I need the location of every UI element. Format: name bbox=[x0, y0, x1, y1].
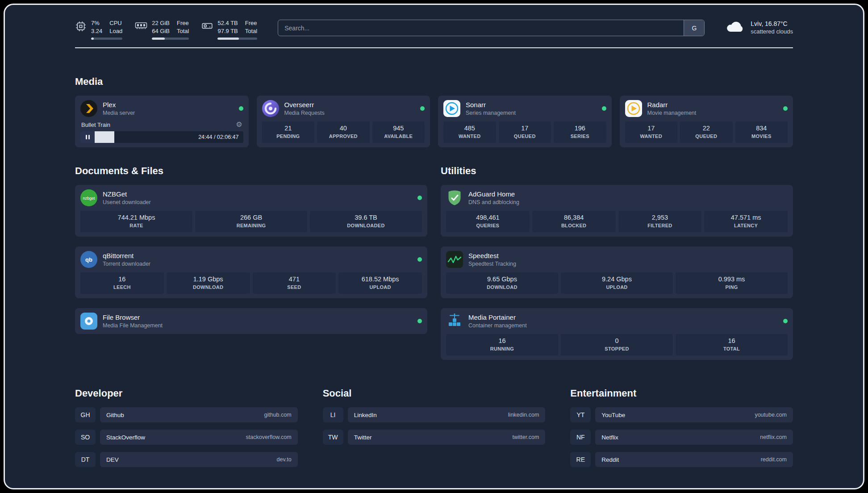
memory-widget: 22 GiB 64 GiB Free Total bbox=[135, 19, 189, 40]
memory-icon bbox=[135, 21, 147, 40]
stat-movies: 834 MOVIES bbox=[735, 121, 788, 143]
bookmark-reddit[interactable]: RE Reddit reddit.com bbox=[570, 452, 793, 467]
pause-button[interactable] bbox=[80, 131, 95, 143]
card-header: qb qBittorrent Torrent downloader bbox=[80, 251, 422, 268]
stat-remaining: 266 GB REMAINING bbox=[195, 211, 307, 232]
search-input[interactable] bbox=[278, 20, 684, 36]
stat-row: 17 WANTED 22 QUEUED 834 MOVIES bbox=[625, 121, 788, 143]
netflix-icon: NF bbox=[570, 430, 591, 445]
section-title-entertainment: Entertainment bbox=[570, 388, 793, 399]
svg-text:qb: qb bbox=[85, 256, 92, 263]
stat-row: 498,461 QUERIES 86,384 BLOCKED 2,953 FIL… bbox=[446, 211, 788, 232]
status-dot bbox=[417, 257, 422, 262]
search-box: G bbox=[278, 20, 705, 36]
svg-text:nzbget: nzbget bbox=[83, 196, 95, 201]
service-card-qbittorrent[interactable]: qb qBittorrent Torrent downloader bbox=[75, 246, 427, 298]
status-dot bbox=[783, 319, 788, 323]
service-subtitle: Usenet downloader bbox=[103, 199, 151, 205]
utilities-card-stack: AdGuard Home DNS and adblocking 498,461 … bbox=[441, 185, 793, 360]
service-card-adguard[interactable]: AdGuard Home DNS and adblocking 498,461 … bbox=[441, 185, 793, 237]
bookmark-twitter[interactable]: TW Twitter twitter.com bbox=[323, 430, 546, 445]
service-card-overseerr[interactable]: Overseerr Media Requests 21 PENDING 40 A… bbox=[257, 96, 430, 147]
disk-total-label: Total bbox=[245, 27, 257, 35]
memory-readout: 22 GiB 64 GiB Free Total bbox=[152, 19, 189, 40]
service-subtitle: Series management bbox=[466, 110, 516, 116]
stat-stopped: 0 STOPPED bbox=[561, 334, 673, 355]
twitter-icon: TW bbox=[323, 430, 343, 445]
bookmark-dev[interactable]: DT DEV dev.to bbox=[75, 452, 298, 467]
gear-icon[interactable]: ⚙ bbox=[236, 121, 242, 128]
card-header: Sonarr Series management bbox=[443, 100, 606, 117]
nzbget-icon: nzbget bbox=[80, 189, 97, 206]
stat-latency: 47.571 ms LATENCY bbox=[704, 211, 788, 232]
bookmark-bar: Twitter twitter.com bbox=[348, 430, 546, 445]
speedtest-icon bbox=[446, 251, 463, 268]
service-card-filebrowser[interactable]: File Browser Media File Management bbox=[75, 308, 427, 334]
bookmark-bar: YouTube youtube.com bbox=[595, 407, 793, 422]
stat-seed: 471 SEED bbox=[253, 272, 336, 294]
weather-location: Lviv, 16.87°C bbox=[751, 20, 793, 27]
stat-row: 744.21 Mbps RATE 266 GB REMAINING 39.6 T… bbox=[80, 211, 422, 232]
bookmark-stackoverflow[interactable]: SO StackOverflow stackoverflow.com bbox=[75, 430, 298, 445]
card-header: File Browser Media File Management bbox=[80, 313, 422, 330]
search-area: G bbox=[278, 20, 705, 36]
cpu-percent: 7% bbox=[91, 19, 102, 27]
memory-progress-track bbox=[152, 38, 189, 40]
card-header: Plex Media server bbox=[80, 100, 243, 117]
service-card-speedtest[interactable]: Speedtest Speedtest Tracking 9.65 Gbps D… bbox=[441, 246, 793, 298]
stat-row: 16 LEECH 1.19 Gbps DOWNLOAD 471 SEED bbox=[80, 272, 422, 294]
card-header: Speedtest Speedtest Tracking bbox=[446, 251, 788, 268]
dashboard-frame: 7% 3.24 CPU Load bbox=[4, 4, 864, 489]
top-bar: 7% 3.24 CPU Load bbox=[75, 19, 793, 40]
service-card-nzbget[interactable]: nzbget NZBGet Usenet downloader 74 bbox=[75, 185, 427, 237]
memory-total-value: 64 GiB bbox=[152, 27, 170, 35]
service-card-sonarr[interactable]: Sonarr Series management 485 WANTED 17 Q… bbox=[438, 96, 612, 147]
service-name: Plex bbox=[103, 101, 135, 109]
bookmark-youtube[interactable]: YT YouTube youtube.com bbox=[570, 407, 793, 422]
card-titles: Speedtest Speedtest Tracking bbox=[468, 252, 516, 267]
service-name: NZBGet bbox=[103, 190, 151, 198]
service-subtitle: Media server bbox=[103, 110, 135, 116]
bookmark-rows: YT YouTube youtube.com NF Netflix netfli… bbox=[570, 407, 793, 467]
section-title-documents: Documents & Files bbox=[75, 165, 427, 177]
service-name: Media Portainer bbox=[468, 313, 527, 321]
service-name: AdGuard Home bbox=[468, 190, 519, 198]
bookmark-bar: Github github.com bbox=[100, 407, 298, 422]
stat-wanted: 485 WANTED bbox=[443, 121, 496, 143]
github-icon: GH bbox=[75, 407, 96, 422]
now-playing-row: Bullet Train ⚙ bbox=[80, 121, 243, 128]
disk-icon bbox=[201, 21, 213, 40]
status-dot bbox=[783, 106, 788, 111]
overseerr-icon bbox=[262, 100, 279, 117]
weather-condition: scattered clouds bbox=[751, 28, 793, 35]
bookmark-linkedin[interactable]: LI LinkedIn linkedin.com bbox=[323, 407, 546, 422]
disk-widget: 52.4 TB 97.9 TB Free Total bbox=[201, 19, 257, 40]
card-header: nzbget NZBGet Usenet downloader bbox=[80, 189, 422, 206]
section-title-developer: Developer bbox=[75, 388, 298, 399]
service-subtitle: Torrent downloader bbox=[103, 261, 150, 267]
cloud-icon bbox=[725, 19, 745, 35]
service-subtitle: Movie management bbox=[647, 110, 697, 116]
stat-running: 16 RUNNING bbox=[446, 334, 558, 355]
disk-free-label: Free bbox=[245, 19, 257, 27]
cpu-load-label: Load bbox=[109, 27, 122, 35]
bookmark-group-entertainment: Entertainment YT YouTube youtube.com NF … bbox=[570, 388, 793, 467]
search-provider-button[interactable]: G bbox=[684, 20, 704, 36]
service-name: Sonarr bbox=[466, 101, 516, 109]
service-card-radarr[interactable]: Radarr Movie management 17 WANTED 22 QUE… bbox=[620, 96, 793, 147]
disk-progress-fill bbox=[217, 38, 239, 40]
stat-upload: 618.52 Mbps UPLOAD bbox=[338, 272, 422, 294]
service-name: Speedtest bbox=[468, 252, 516, 259]
stat-blocked: 86,384 BLOCKED bbox=[532, 211, 616, 232]
card-header: Radarr Movie management bbox=[625, 100, 788, 117]
service-card-plex[interactable]: Plex Media server Bullet Train ⚙ 24:44 /… bbox=[75, 96, 249, 147]
radarr-icon bbox=[625, 100, 642, 117]
playback-progress-track[interactable] bbox=[95, 131, 195, 143]
reddit-icon: RE bbox=[570, 452, 591, 467]
status-dot bbox=[417, 319, 422, 323]
bookmark-github[interactable]: GH Github github.com bbox=[75, 407, 298, 422]
section-title-utilities: Utilities bbox=[441, 165, 793, 177]
bookmark-netflix[interactable]: NF Netflix netflix.com bbox=[570, 430, 793, 445]
service-card-portainer[interactable]: Media Portainer Container management 16 … bbox=[441, 308, 793, 360]
stat-downloaded: 39.6 TB DOWNLOADED bbox=[310, 211, 422, 232]
